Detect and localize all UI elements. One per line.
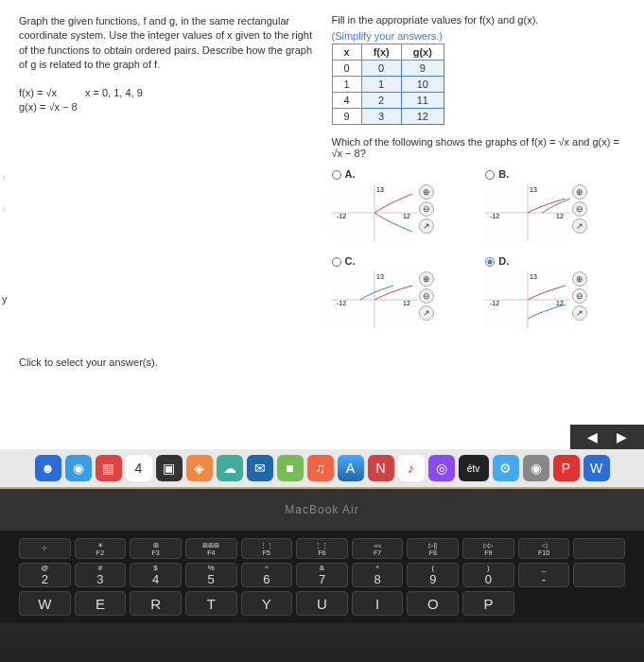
question-instructions: Graph the given functions, f and g, in t… xyxy=(19,14,313,73)
blank-key2[interactable] xyxy=(573,563,625,587)
key-9[interactable]: (9 xyxy=(407,563,459,587)
key-e[interactable]: E xyxy=(75,591,127,616)
simplify-note: (Simplify your answers.) xyxy=(332,30,626,42)
graph-c: 13-1212 xyxy=(332,271,417,328)
radio-a[interactable] xyxy=(332,170,341,180)
calendar-icon[interactable]: ▦ xyxy=(96,455,122,481)
keyboard: ⊹ ☀F2 ⊞F3 ⊞⊞⊞F4 ⋮⋮F5 ⋮⋮F6 ◃◃F7 ▷||F8 ▷▷F… xyxy=(0,531,644,623)
tv-icon[interactable]: étv xyxy=(459,455,489,481)
app-icon[interactable]: ◈ xyxy=(186,455,213,481)
notes-icon[interactable]: 4 xyxy=(126,455,152,481)
gx-input-0[interactable]: 9 xyxy=(401,61,444,77)
powerpoint-icon[interactable]: P xyxy=(553,455,580,481)
svg-text:13: 13 xyxy=(530,273,537,280)
key-y[interactable]: Y xyxy=(241,591,293,616)
option-c[interactable]: C. 13-1212 ⊕ ⊖ ↗ xyxy=(332,255,472,328)
music-icon[interactable]: ♫ xyxy=(307,455,334,481)
zoom-in-icon[interactable]: ⊕ xyxy=(572,271,587,287)
podcast-icon[interactable]: ◎ xyxy=(428,455,455,481)
expand-icon[interactable]: ↗ xyxy=(419,305,434,321)
zoom-in-icon[interactable]: ⊕ xyxy=(419,184,434,200)
messages-icon[interactable]: ☁ xyxy=(217,455,243,481)
table-row: 0 0 9 xyxy=(332,61,444,77)
key-p[interactable]: P xyxy=(462,591,514,616)
macos-dock: ☻ ◉ ▦ 4 ▣ ◈ ☁ ✉ ■ ♫ A N ♪ ◎ étv ⚙ ◉ P W xyxy=(0,449,644,487)
app-store-icon[interactable]: A xyxy=(338,455,364,481)
radio-c[interactable] xyxy=(332,257,341,267)
key-2[interactable]: @2 xyxy=(19,563,71,587)
click-select-prompt: Click to select your answer(s). xyxy=(19,357,625,368)
page-nav: ◀ ▶ xyxy=(570,425,644,449)
option-a[interactable]: A. 13-1212 ⊕ ⊖ ↗ xyxy=(332,168,472,241)
key-r[interactable]: R xyxy=(130,591,182,616)
expand-icon[interactable]: ↗ xyxy=(572,305,587,321)
key-dash[interactable]: _- xyxy=(518,563,570,587)
fx-input-2[interactable]: 2 xyxy=(361,93,401,109)
f8-key[interactable]: ▷||F8 xyxy=(407,538,459,559)
f5-key[interactable]: ⋮⋮F5 xyxy=(241,538,293,559)
itunes-icon[interactable]: ♪ xyxy=(398,455,425,481)
radio-d[interactable] xyxy=(485,257,495,267)
blank-key[interactable] xyxy=(573,538,625,559)
f10-key[interactable]: ◁F10 xyxy=(518,538,570,559)
gx-input-3[interactable]: 12 xyxy=(401,109,444,125)
system-icon[interactable]: ◉ xyxy=(523,455,549,481)
side-arrow-2[interactable]: › xyxy=(2,202,6,216)
f4-key[interactable]: ⊞⊞⊞F4 xyxy=(185,538,237,559)
zoom-in-icon[interactable]: ⊕ xyxy=(572,184,587,200)
key-i[interactable]: I xyxy=(352,591,404,616)
option-b[interactable]: B. 13-1212 ⊕ ⊖ ↗ xyxy=(485,168,625,241)
netflix-icon[interactable]: N xyxy=(368,455,394,481)
key-8[interactable]: *8 xyxy=(352,563,404,587)
fx-input-1[interactable]: 1 xyxy=(361,77,401,93)
th-x: x xyxy=(332,44,361,61)
key-0[interactable]: )0 xyxy=(462,563,514,587)
expand-icon[interactable]: ↗ xyxy=(572,218,587,234)
f2-key[interactable]: ☀F2 xyxy=(75,538,127,559)
zoom-out-icon[interactable]: ⊖ xyxy=(419,201,434,217)
f6-key[interactable]: ⋮⋮F6 xyxy=(296,538,348,559)
finder-icon[interactable]: ☻ xyxy=(35,455,61,481)
fn-key[interactable]: ⊹ xyxy=(19,538,71,559)
svg-text:12: 12 xyxy=(403,213,410,219)
facetime-icon[interactable]: ■ xyxy=(277,455,304,481)
svg-text:-12: -12 xyxy=(337,213,346,219)
safari-icon[interactable]: ◉ xyxy=(65,455,92,481)
table-row: 1 1 10 xyxy=(332,77,444,93)
laptop-body: MacBook Air ⊹ ☀F2 ⊞F3 ⊞⊞⊞F4 ⋮⋮F5 ⋮⋮F6 ◃◃… xyxy=(0,487,644,662)
y-axis-label: y xyxy=(2,293,8,305)
mail-icon[interactable]: ✉ xyxy=(247,455,273,481)
key-4[interactable]: $4 xyxy=(130,563,182,587)
settings-icon[interactable]: ⚙ xyxy=(493,455,519,481)
prev-arrow-icon[interactable]: ◀ xyxy=(587,429,598,444)
zoom-out-icon[interactable]: ⊖ xyxy=(572,288,587,304)
expand-icon[interactable]: ↗ xyxy=(419,218,434,234)
key-7[interactable]: &7 xyxy=(296,563,348,587)
gx-input-2[interactable]: 11 xyxy=(401,93,444,109)
key-3[interactable]: #3 xyxy=(75,563,127,587)
key-o[interactable]: O xyxy=(407,591,459,616)
radio-b[interactable] xyxy=(485,170,495,180)
f3-key[interactable]: ⊞F3 xyxy=(130,538,182,559)
key-t[interactable]: T xyxy=(185,591,237,616)
next-arrow-icon[interactable]: ▶ xyxy=(617,429,627,444)
fx-input-0[interactable]: 0 xyxy=(361,61,401,77)
key-u[interactable]: U xyxy=(296,591,348,616)
option-d[interactable]: D. 13-1212 ⊕ ⊖ ↗ xyxy=(485,255,625,328)
th-gx: g(x) xyxy=(401,44,444,61)
side-arrow-1[interactable]: › xyxy=(2,170,6,183)
key-w[interactable]: W xyxy=(19,591,71,616)
f7-key[interactable]: ◃◃F7 xyxy=(352,538,404,559)
zoom-out-icon[interactable]: ⊖ xyxy=(572,201,587,217)
table-row: 4 2 11 xyxy=(332,93,444,109)
gx-input-1[interactable]: 10 xyxy=(401,77,444,93)
terminal-icon[interactable]: ▣ xyxy=(156,455,183,481)
key-5[interactable]: %5 xyxy=(185,563,237,587)
zoom-in-icon[interactable]: ⊕ xyxy=(419,271,434,287)
zoom-out-icon[interactable]: ⊖ xyxy=(419,288,434,304)
svg-text:12: 12 xyxy=(556,213,564,219)
f9-key[interactable]: ▷▷F9 xyxy=(462,538,514,559)
word-icon[interactable]: W xyxy=(583,455,610,481)
key-6[interactable]: ^6 xyxy=(241,563,293,587)
fx-input-3[interactable]: 3 xyxy=(361,109,401,125)
